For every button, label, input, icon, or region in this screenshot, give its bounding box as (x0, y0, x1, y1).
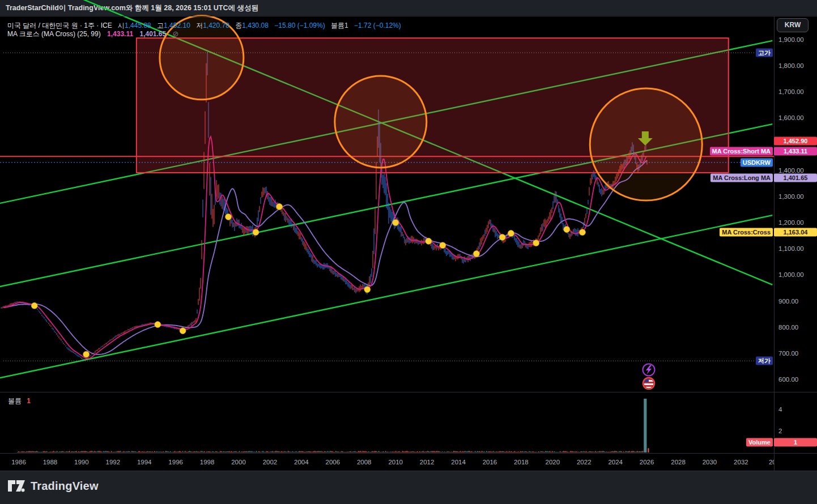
symbol-title: 미국 달러 / 대한민국 원 · 1주 · ICE (7, 22, 112, 29)
value-badge-cross[interactable]: 1,163.04 (774, 228, 817, 237)
time-tick-label-2020: 2020 (546, 459, 560, 465)
volume-bars (17, 451, 643, 452)
time-tick-label-2026: 2026 (640, 459, 654, 465)
high-label: 고 (157, 22, 164, 29)
time-tick-label-2008: 2008 (357, 459, 372, 465)
time-axis[interactable]: 1986198819901992199419961998200020022004… (0, 453, 774, 471)
cross-marker-dot (225, 213, 232, 220)
cross-marker-dot (579, 229, 585, 236)
volume-pane-title: 볼륨 (8, 397, 22, 405)
time-tick-label-2004: 2004 (294, 459, 309, 465)
tradingview-logo-text: TradingView (31, 480, 99, 493)
close-label: 종 (235, 22, 242, 29)
time-tick-label-20: 20 (769, 459, 774, 465)
high-price-badge[interactable]: 고가 (756, 49, 773, 57)
open-value: 1,445.88 (125, 22, 151, 29)
cross-marker-dot (83, 351, 90, 357)
volume-current-bar (648, 448, 649, 452)
cross-marker-dot (473, 251, 479, 257)
ma-cross-markers (31, 203, 585, 357)
value-badge-alert-line-price[interactable]: 1,452.90 (774, 137, 817, 146)
tradingview-logo[interactable]: TradingView (7, 477, 99, 494)
time-tick-label-1998: 1998 (200, 459, 215, 465)
volume-spike-bar (644, 399, 646, 452)
cross-marker-dot (31, 302, 37, 309)
highlight-circle-2[interactable] (335, 76, 427, 168)
time-tick-label-2002: 2002 (263, 459, 278, 465)
cross-marker-dot (499, 234, 505, 240)
time-tick-label-2030: 2030 (703, 459, 717, 465)
time-tick-label-2028: 2028 (671, 459, 686, 465)
low-value: 1,420.78 (203, 22, 229, 29)
time-tick-label-2006: 2006 (326, 459, 341, 465)
volume-value-badge[interactable]: 1 (774, 438, 817, 447)
time-tick-label-2010: 2010 (388, 459, 403, 465)
price-tick-label: 1,800.00 (778, 62, 804, 69)
volume-tick-label: 2 (778, 428, 782, 434)
price-tick-label: 1,300.00 (778, 193, 804, 200)
time-tick-label-2014: 2014 (451, 459, 466, 465)
ascending-channel-lower[interactable] (0, 215, 772, 378)
time-tick-label-1988: 1988 (43, 459, 58, 465)
volume-label-badge[interactable]: Volume (746, 438, 773, 447)
price-tick-label: 900.00 (778, 298, 798, 305)
price-tick-label: 700.00 (778, 350, 798, 357)
price-tick-label: 1,400.00 (778, 167, 804, 174)
time-tick-label-2012: 2012 (420, 459, 435, 465)
indicator-legend-row[interactable]: MA 크로스 (MA Cross) (25, 99) 1,433.11 1,40… (7, 29, 178, 39)
price-tick-label: 1,700.00 (778, 88, 804, 95)
time-tick-label-2024: 2024 (608, 459, 623, 465)
volume-tick-label: 4 (778, 406, 782, 413)
time-tick-label-2032: 2032 (734, 459, 748, 465)
time-tick-label-1990: 1990 (74, 459, 89, 465)
time-tick-label-2022: 2022 (577, 459, 592, 465)
currency-button[interactable]: KRW (777, 18, 809, 32)
label-badge-long-ma[interactable]: MA Cross:Long MA (710, 174, 773, 182)
cross-marker-dot (425, 238, 432, 244)
time-tick-label-1992: 1992 (105, 459, 120, 465)
cross-marker-dot (440, 242, 446, 249)
cross-marker-dot (364, 287, 371, 293)
indicator-short-value: 1,433.11 (107, 30, 133, 38)
high-value: 1,452.10 (164, 22, 190, 29)
legend-volume-change: −1.72 (−0.12%) (354, 22, 401, 29)
tradingview-logo-icon (7, 480, 25, 492)
cross-marker-dot (508, 230, 514, 237)
indicator-hidden-icon[interactable]: ⊘ (173, 29, 179, 38)
open-label: 시 (118, 22, 125, 29)
price-tick-label: 1,100.00 (778, 245, 804, 252)
volume-pane-legend[interactable]: 볼륨 1 (8, 396, 31, 406)
time-tick-label-2018: 2018 (514, 459, 529, 465)
time-tick-label-2000: 2000 (231, 459, 246, 465)
price-tick-label: 800.00 (778, 324, 798, 331)
long-ma-line (3, 161, 647, 354)
cross-marker-dot (564, 227, 570, 233)
cross-marker-dot (180, 328, 186, 334)
price-tick-label: 1,000.00 (778, 271, 804, 278)
change-value: −15.80 (−1.09%) (274, 22, 325, 29)
price-tick-label: 1,200.00 (778, 219, 804, 226)
time-tick-label-2016: 2016 (483, 459, 497, 465)
low-label: 저 (196, 22, 203, 29)
value-badge-short-ma[interactable]: 1,433.11 (774, 147, 817, 156)
time-tick-label-1996: 1996 (168, 459, 183, 465)
volume-pane-value: 1 (27, 397, 31, 405)
cross-marker-dot (276, 203, 283, 210)
label-badge-short-ma[interactable]: MA Cross:Short MA (710, 147, 773, 156)
low-price-badge[interactable]: 저가 (756, 357, 773, 365)
lightning-bolt-glyph (646, 365, 652, 374)
label-badge-cross[interactable]: MA Cross:Cross (720, 228, 773, 237)
value-badge-long-ma[interactable]: 1,401.65 (774, 174, 817, 182)
time-tick-label-1994: 1994 (137, 459, 152, 465)
legend-volume-label: 볼륨1 (331, 22, 348, 29)
price-tick-label: 1,900.00 (778, 36, 804, 43)
indicator-long-value: 1,401.65 (139, 30, 166, 38)
cross-marker-dot (393, 220, 399, 226)
chart-plot[interactable] (0, 0, 817, 504)
value-badge-symbol-label[interactable]: USDKRW (741, 159, 773, 167)
price-tick-label: 1,600.00 (778, 114, 804, 121)
time-tick-label-1986: 1986 (11, 459, 26, 465)
cross-marker-dot (533, 240, 539, 246)
tradingview-snapshot: TraderStarChild이 TradingView.com와 함께 1월 … (0, 0, 817, 504)
close-value: 1,430.08 (242, 22, 269, 29)
